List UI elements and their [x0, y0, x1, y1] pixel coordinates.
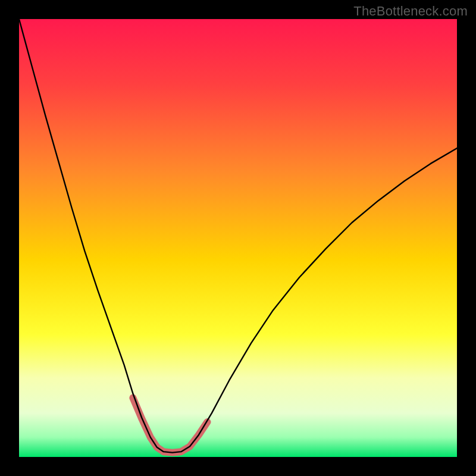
chart-canvas	[19, 19, 457, 457]
gradient-background	[19, 19, 457, 457]
watermark-text: TheBottleneck.com	[353, 4, 468, 19]
chart-frame: TheBottleneck.com	[0, 0, 476, 476]
plot-area	[19, 19, 457, 457]
